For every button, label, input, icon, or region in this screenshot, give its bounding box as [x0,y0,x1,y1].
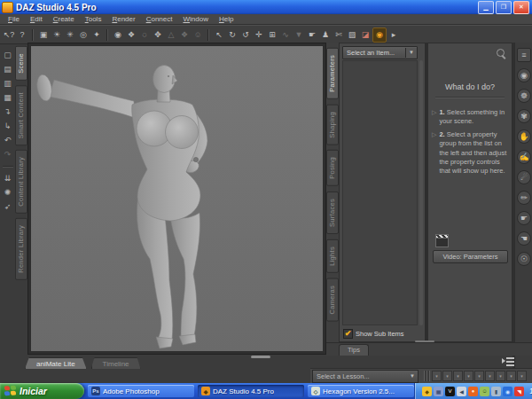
tray-update-icon[interactable]: ● [468,387,478,396]
dock-tab[interactable]: Smart Content [15,85,27,145]
tray-display-icon[interactable]: ▦ [434,387,443,396]
lesson-selector-dropdown[interactable]: Select a Lesson... ▼ [312,370,419,383]
show-sub-items-checkbox[interactable]: ✔ [343,329,353,339]
menu-item[interactable]: Tools [80,14,107,24]
joint-editor-tool-icon[interactable]: ∿ [279,28,292,42]
tips-tab[interactable]: Tips [339,344,369,356]
tray-sync-icon[interactable]: ◉ [503,387,512,396]
parameters-list[interactable] [342,60,418,325]
export-icon[interactable]: ↳ [2,121,14,132]
new-camera-icon[interactable]: ▣ [37,28,50,42]
new-group-icon[interactable]: ✥ [152,28,164,42]
whats-this-icon[interactable]: ↖? [3,28,15,42]
annotate-icon[interactable]: ✏ [517,191,531,205]
lesson-control-button[interactable]: ▾ [453,371,463,381]
pane-dock-icon[interactable]: ≡ [517,48,531,62]
lesson-control-button[interactable]: ▾ [474,371,484,381]
new-primitive-icon[interactable]: ✦ [90,28,103,42]
new-spotlight-icon[interactable]: ☀ [51,28,63,42]
settings-gears-icon[interactable]: ✾ [517,109,531,123]
pane-tab[interactable]: Surfaces [326,192,339,234]
menu-item[interactable]: Help [214,14,239,24]
create-prop-icon[interactable]: △ [165,28,177,42]
figure-setup-icon[interactable]: ✍ [517,150,531,164]
menu-item[interactable]: Window [177,14,213,24]
bottom-tab[interactable]: aniMate Lite [25,357,87,369]
node-editor-icon[interactable]: ☸ [517,89,531,103]
taskbar-task-button[interactable]: ◇ Hexagon Version 2.5... [308,385,414,397]
restore-button[interactable]: ❐ [496,1,512,14]
flex-arm-icon[interactable]: ☛ [517,211,531,225]
menu-item[interactable]: Connect [141,14,178,24]
redo-icon[interactable]: ↷ [2,149,14,160]
new-distant-light-icon[interactable]: ◎ [77,28,90,42]
toolbar-grip[interactable] [424,371,430,381]
taskbar-task-button[interactable]: Ps Adobe Photoshop [88,385,194,397]
help-icon[interactable]: ? [16,28,28,42]
search-icon[interactable] [497,49,505,57]
show-sub-items[interactable]: ✔ Show Sub Items [343,329,404,339]
video-parameters-button[interactable]: Video: Parameters [433,250,508,263]
scale-tool-icon[interactable]: ⊞ [266,28,278,42]
menu-item[interactable]: File [3,14,25,24]
figure-tool-icon[interactable]: ♟ [319,28,332,42]
pane-tab[interactable]: Cameras [326,278,339,322]
create-figure-icon[interactable]: ☺ [192,28,204,42]
save-scene-icon[interactable]: ▦ [2,92,14,104]
lesson-control-button[interactable]: ▾ [506,371,516,381]
shader-sphere-icon[interactable]: ☄ [517,170,531,184]
viewport[interactable] [31,46,323,351]
minimize-button[interactable]: ▁ [478,1,494,14]
powerpose-tool-icon[interactable]: ✄ [332,28,345,42]
world-icon[interactable]: ☉ [517,252,531,266]
translate-tool-icon[interactable]: ✛ [253,28,265,42]
new-view-camera-icon[interactable]: ◉ [112,28,124,42]
tray-volume-icon[interactable]: ◀ [457,387,466,396]
title-bar[interactable]: DAZ Studio 4.5 Pro ▁❐✕ [0,0,532,14]
rotate-tool-icon[interactable]: ↻ [226,28,239,42]
new-scene-icon[interactable]: ▢ [2,50,14,61]
geometry-editor-tool-icon[interactable]: ☛ [306,28,318,42]
pane-tab[interactable]: Posing [326,150,339,186]
lesson-control-button[interactable]: ▾ [496,371,505,381]
taskbar-task-button[interactable]: ◆ DAZ Studio 4.5 Pro [198,385,304,397]
render-icon[interactable]: ◉ [372,27,387,43]
node-selection-tool-icon[interactable]: ↖ [213,28,225,42]
close-button[interactable]: ✕ [513,1,529,14]
viewport-resize-handle[interactable] [251,356,270,358]
new-point-light-icon[interactable]: ✳ [64,28,76,42]
shader-tool-icon[interactable]: ▨ [346,28,358,42]
import-icon[interactable]: ↴ [2,106,14,118]
start-button[interactable]: Iniciar [0,383,84,399]
tray-msn-icon[interactable]: ◥ [514,387,524,396]
pane-tab[interactable]: Parameters [326,48,339,99]
lesson-control-button[interactable]: ▾ [442,371,452,381]
dock-tab[interactable]: Scene [15,46,27,81]
dock-tab[interactable]: Content Library [15,150,27,214]
item-selector-dropdown[interactable]: Select an Item... ▼ [342,46,418,59]
lesson-control-button[interactable]: ▾ [464,371,473,381]
merge-scene-icon[interactable]: ▥ [2,78,14,90]
surface-selection-tool-icon[interactable]: ▼ [293,28,305,42]
lesson-control-button[interactable]: ▾ [485,371,495,381]
open-scene-icon[interactable]: ▤ [2,64,14,75]
parameters-scrollbar[interactable] [419,60,423,325]
menu-item[interactable]: Render [106,14,140,24]
more-tools-icon[interactable]: ▸ [387,28,400,42]
new-node-icon[interactable]: ❖ [125,28,137,42]
lesson-list-icon[interactable] [502,356,514,366]
scene-navigator-icon[interactable]: ◉ [517,68,531,82]
flex-arm-2-icon[interactable]: ☚ [517,231,531,246]
new-null-icon[interactable]: ◌ [138,28,151,42]
menu-item[interactable]: Create [48,14,80,24]
bottom-tab[interactable]: Timeline [91,357,141,369]
undo-icon[interactable]: ↶ [2,135,14,146]
dock-tab[interactable]: Render Library [15,218,27,280]
aim-at-icon[interactable]: ✺ [2,187,14,199]
tray-network-icon[interactable]: ▮ [491,387,501,396]
render-settings-icon[interactable]: ◪ [359,28,372,42]
frame-icon[interactable]: ➶ [2,201,14,213]
tray-messenger-icon[interactable]: ☺ [480,387,489,396]
fit-to-icon[interactable]: ⇊ [2,173,14,184]
lesson-control-button[interactable]: ▾ [517,371,527,381]
